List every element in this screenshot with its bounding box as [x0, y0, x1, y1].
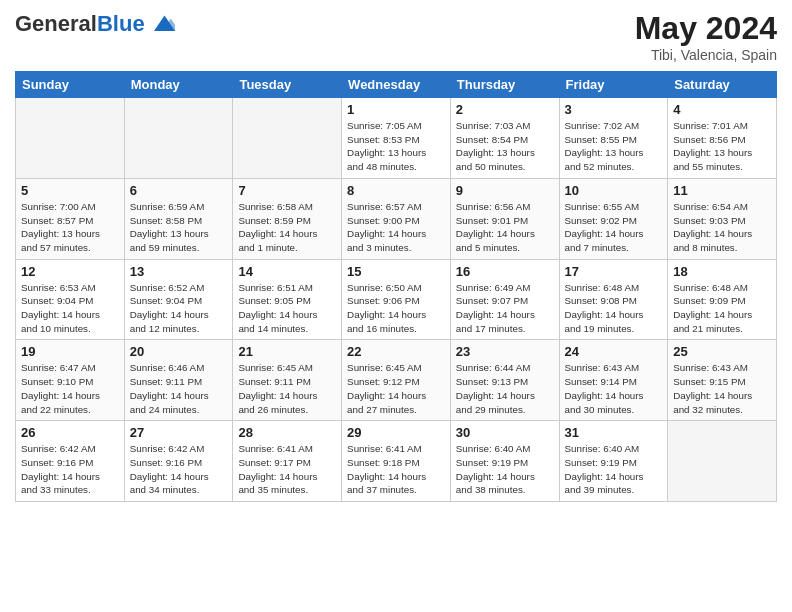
title-block: May 2024 Tibi, Valencia, Spain	[635, 10, 777, 63]
day-number: 7	[238, 183, 336, 198]
day-info: Sunrise: 7:00 AM Sunset: 8:57 PM Dayligh…	[21, 200, 119, 255]
calendar-cell: 7Sunrise: 6:58 AM Sunset: 8:59 PM Daylig…	[233, 178, 342, 259]
logo: GeneralBlue	[15, 10, 175, 38]
calendar-cell: 10Sunrise: 6:55 AM Sunset: 9:02 PM Dayli…	[559, 178, 668, 259]
day-number: 18	[673, 264, 771, 279]
calendar-cell: 3Sunrise: 7:02 AM Sunset: 8:55 PM Daylig…	[559, 98, 668, 179]
day-info: Sunrise: 6:48 AM Sunset: 9:08 PM Dayligh…	[565, 281, 663, 336]
day-info: Sunrise: 7:03 AM Sunset: 8:54 PM Dayligh…	[456, 119, 554, 174]
calendar-cell: 20Sunrise: 6:46 AM Sunset: 9:11 PM Dayli…	[124, 340, 233, 421]
day-info: Sunrise: 6:53 AM Sunset: 9:04 PM Dayligh…	[21, 281, 119, 336]
day-number: 31	[565, 425, 663, 440]
page: GeneralBlue May 2024 Tibi, Valencia, Spa…	[0, 0, 792, 612]
day-info: Sunrise: 6:44 AM Sunset: 9:13 PM Dayligh…	[456, 361, 554, 416]
day-number: 29	[347, 425, 445, 440]
calendar-cell: 25Sunrise: 6:43 AM Sunset: 9:15 PM Dayli…	[668, 340, 777, 421]
day-info: Sunrise: 6:51 AM Sunset: 9:05 PM Dayligh…	[238, 281, 336, 336]
calendar-cell: 29Sunrise: 6:41 AM Sunset: 9:18 PM Dayli…	[342, 421, 451, 502]
day-number: 11	[673, 183, 771, 198]
day-number: 20	[130, 344, 228, 359]
logo-blue-text: Blue	[97, 11, 145, 36]
calendar-cell: 24Sunrise: 6:43 AM Sunset: 9:14 PM Dayli…	[559, 340, 668, 421]
day-info: Sunrise: 6:47 AM Sunset: 9:10 PM Dayligh…	[21, 361, 119, 416]
day-number: 12	[21, 264, 119, 279]
day-number: 17	[565, 264, 663, 279]
calendar-cell: 23Sunrise: 6:44 AM Sunset: 9:13 PM Dayli…	[450, 340, 559, 421]
calendar-cell: 21Sunrise: 6:45 AM Sunset: 9:11 PM Dayli…	[233, 340, 342, 421]
calendar-cell: 4Sunrise: 7:01 AM Sunset: 8:56 PM Daylig…	[668, 98, 777, 179]
day-info: Sunrise: 6:54 AM Sunset: 9:03 PM Dayligh…	[673, 200, 771, 255]
day-info: Sunrise: 6:43 AM Sunset: 9:14 PM Dayligh…	[565, 361, 663, 416]
calendar-cell: 5Sunrise: 7:00 AM Sunset: 8:57 PM Daylig…	[16, 178, 125, 259]
calendar-cell: 28Sunrise: 6:41 AM Sunset: 9:17 PM Dayli…	[233, 421, 342, 502]
logo-general-text: General	[15, 11, 97, 36]
calendar-cell: 15Sunrise: 6:50 AM Sunset: 9:06 PM Dayli…	[342, 259, 451, 340]
day-number: 9	[456, 183, 554, 198]
day-info: Sunrise: 6:42 AM Sunset: 9:16 PM Dayligh…	[130, 442, 228, 497]
day-info: Sunrise: 6:57 AM Sunset: 9:00 PM Dayligh…	[347, 200, 445, 255]
calendar-cell: 17Sunrise: 6:48 AM Sunset: 9:08 PM Dayli…	[559, 259, 668, 340]
calendar-week-5: 26Sunrise: 6:42 AM Sunset: 9:16 PM Dayli…	[16, 421, 777, 502]
calendar-table: SundayMondayTuesdayWednesdayThursdayFrid…	[15, 71, 777, 502]
calendar-cell: 9Sunrise: 6:56 AM Sunset: 9:01 PM Daylig…	[450, 178, 559, 259]
calendar-cell: 1Sunrise: 7:05 AM Sunset: 8:53 PM Daylig…	[342, 98, 451, 179]
day-info: Sunrise: 6:40 AM Sunset: 9:19 PM Dayligh…	[456, 442, 554, 497]
day-info: Sunrise: 6:52 AM Sunset: 9:04 PM Dayligh…	[130, 281, 228, 336]
calendar-week-2: 5Sunrise: 7:00 AM Sunset: 8:57 PM Daylig…	[16, 178, 777, 259]
calendar-cell	[233, 98, 342, 179]
day-info: Sunrise: 6:48 AM Sunset: 9:09 PM Dayligh…	[673, 281, 771, 336]
day-number: 1	[347, 102, 445, 117]
day-info: Sunrise: 7:05 AM Sunset: 8:53 PM Dayligh…	[347, 119, 445, 174]
day-info: Sunrise: 7:02 AM Sunset: 8:55 PM Dayligh…	[565, 119, 663, 174]
day-number: 2	[456, 102, 554, 117]
day-number: 10	[565, 183, 663, 198]
day-info: Sunrise: 6:59 AM Sunset: 8:58 PM Dayligh…	[130, 200, 228, 255]
calendar-cell	[16, 98, 125, 179]
day-number: 8	[347, 183, 445, 198]
calendar-cell: 30Sunrise: 6:40 AM Sunset: 9:19 PM Dayli…	[450, 421, 559, 502]
day-number: 26	[21, 425, 119, 440]
day-info: Sunrise: 6:58 AM Sunset: 8:59 PM Dayligh…	[238, 200, 336, 255]
calendar-cell: 26Sunrise: 6:42 AM Sunset: 9:16 PM Dayli…	[16, 421, 125, 502]
day-info: Sunrise: 6:42 AM Sunset: 9:16 PM Dayligh…	[21, 442, 119, 497]
calendar-cell: 13Sunrise: 6:52 AM Sunset: 9:04 PM Dayli…	[124, 259, 233, 340]
day-info: Sunrise: 6:56 AM Sunset: 9:01 PM Dayligh…	[456, 200, 554, 255]
day-number: 21	[238, 344, 336, 359]
weekday-header-friday: Friday	[559, 72, 668, 98]
location: Tibi, Valencia, Spain	[635, 47, 777, 63]
calendar-week-4: 19Sunrise: 6:47 AM Sunset: 9:10 PM Dayli…	[16, 340, 777, 421]
weekday-header-tuesday: Tuesday	[233, 72, 342, 98]
day-info: Sunrise: 6:50 AM Sunset: 9:06 PM Dayligh…	[347, 281, 445, 336]
day-number: 13	[130, 264, 228, 279]
calendar-cell: 27Sunrise: 6:42 AM Sunset: 9:16 PM Dayli…	[124, 421, 233, 502]
day-number: 15	[347, 264, 445, 279]
day-number: 24	[565, 344, 663, 359]
day-info: Sunrise: 6:45 AM Sunset: 9:11 PM Dayligh…	[238, 361, 336, 416]
weekday-header-monday: Monday	[124, 72, 233, 98]
day-info: Sunrise: 6:45 AM Sunset: 9:12 PM Dayligh…	[347, 361, 445, 416]
day-info: Sunrise: 7:01 AM Sunset: 8:56 PM Dayligh…	[673, 119, 771, 174]
day-info: Sunrise: 6:55 AM Sunset: 9:02 PM Dayligh…	[565, 200, 663, 255]
calendar-cell: 18Sunrise: 6:48 AM Sunset: 9:09 PM Dayli…	[668, 259, 777, 340]
month-title: May 2024	[635, 10, 777, 47]
day-number: 23	[456, 344, 554, 359]
day-info: Sunrise: 6:41 AM Sunset: 9:18 PM Dayligh…	[347, 442, 445, 497]
calendar-cell: 14Sunrise: 6:51 AM Sunset: 9:05 PM Dayli…	[233, 259, 342, 340]
calendar-cell: 31Sunrise: 6:40 AM Sunset: 9:19 PM Dayli…	[559, 421, 668, 502]
header: GeneralBlue May 2024 Tibi, Valencia, Spa…	[15, 10, 777, 63]
calendar-cell	[668, 421, 777, 502]
calendar-cell: 22Sunrise: 6:45 AM Sunset: 9:12 PM Dayli…	[342, 340, 451, 421]
day-number: 3	[565, 102, 663, 117]
calendar-cell: 16Sunrise: 6:49 AM Sunset: 9:07 PM Dayli…	[450, 259, 559, 340]
day-number: 14	[238, 264, 336, 279]
calendar-week-3: 12Sunrise: 6:53 AM Sunset: 9:04 PM Dayli…	[16, 259, 777, 340]
weekday-header-thursday: Thursday	[450, 72, 559, 98]
day-number: 28	[238, 425, 336, 440]
logo-icon	[147, 10, 175, 38]
day-number: 25	[673, 344, 771, 359]
day-info: Sunrise: 6:41 AM Sunset: 9:17 PM Dayligh…	[238, 442, 336, 497]
day-info: Sunrise: 6:49 AM Sunset: 9:07 PM Dayligh…	[456, 281, 554, 336]
day-info: Sunrise: 6:43 AM Sunset: 9:15 PM Dayligh…	[673, 361, 771, 416]
calendar-cell: 6Sunrise: 6:59 AM Sunset: 8:58 PM Daylig…	[124, 178, 233, 259]
calendar-cell: 2Sunrise: 7:03 AM Sunset: 8:54 PM Daylig…	[450, 98, 559, 179]
